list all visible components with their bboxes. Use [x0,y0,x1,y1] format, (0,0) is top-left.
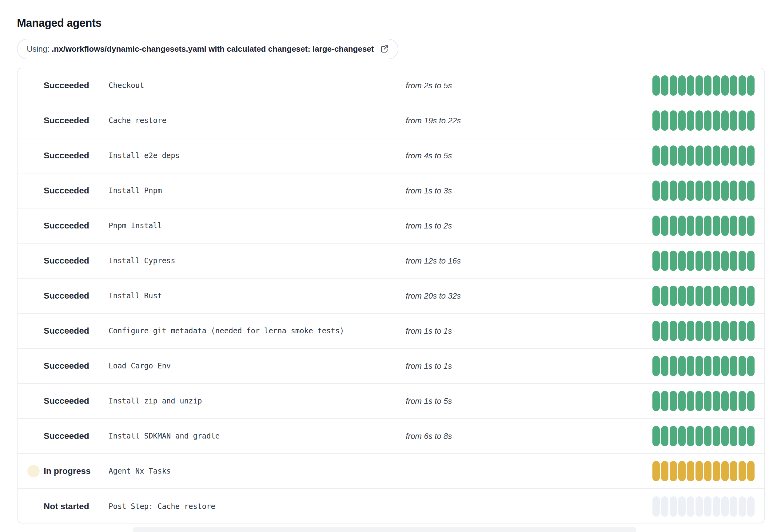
bar-segment [661,496,668,517]
bar-segment [670,391,677,411]
bar-segment [721,391,729,411]
step-name: Install zip and unzip [109,397,406,405]
utilization-bars [652,286,755,306]
bar-segment [678,145,686,166]
step-status: Succeeded [30,116,109,125]
workflow-config-link[interactable]: Using: .nx/workflows/dynamic-changesets.… [17,39,398,59]
managed-agents-page: Managed agents Using: .nx/workflows/dyna… [0,0,777,532]
bar-segment [739,426,746,446]
workflow-config-path: .nx/workflows/dynamic-changesets.yaml wi… [52,44,374,53]
step-name: Checkout [109,81,406,90]
bar-segment [721,216,729,236]
step-duration: from 20s to 32s [406,291,652,301]
bar-segment [652,356,660,376]
agent-step-row[interactable]: Succeeded Cache restore from 19s to 22s [17,103,764,138]
agent-step-row[interactable]: Succeeded Load Cargo Env from 1s to 1s [17,349,764,384]
page-title: Managed agents [17,17,102,29]
bar-segment [652,180,660,201]
status-label: Succeeded [44,81,89,91]
bar-segment [730,110,737,131]
bar-segment [713,321,720,341]
agent-step-row[interactable]: Succeeded Install zip and unzip from 1s … [17,384,764,419]
bar-segment [670,426,677,446]
bar-segment [670,180,677,201]
external-link-icon[interactable] [379,44,389,54]
bar-segment [747,461,755,481]
bar-segment [695,356,703,376]
step-name: Install SDKMAN and gradle [109,432,406,440]
agent-step-row[interactable]: Succeeded Configure git metadata (needed… [17,314,764,349]
bar-segment [678,356,686,376]
status-dot [30,433,37,439]
bar-segment [678,180,686,201]
utilization-bars [652,356,755,376]
bar-segment [730,286,737,306]
bar-segment [704,391,711,411]
bar-segment [652,216,660,236]
bar-segment [721,251,729,271]
status-label: In progress [44,466,90,476]
bar-segment [747,251,755,271]
bar-segment [661,110,668,131]
step-name: Pnpm Install [109,222,406,230]
bar-segment [713,216,720,236]
agent-step-row[interactable]: Succeeded Install e2e deps from 4s to 5s [17,138,764,173]
bar-segment [670,145,677,166]
status-dot [30,292,37,299]
bar-segment [670,251,677,271]
bar-segment [721,145,729,166]
bar-segment [730,496,737,517]
agent-step-row[interactable]: Not started Post Step: Cache restore [17,489,764,523]
utilization-bars [652,496,755,517]
bar-segment [747,496,755,517]
bar-segment [695,145,703,166]
bar-segment [678,251,686,271]
bar-segment [687,251,694,271]
bar-segment [713,180,720,201]
bar-segment [704,461,711,481]
bar-segment [652,75,660,96]
bar-segment [661,75,668,96]
bar-segment [678,496,686,517]
step-duration: from 1s to 5s [406,396,652,406]
agent-step-row[interactable]: Succeeded Pnpm Install from 1s to 2s [17,209,764,244]
bar-segment [739,391,746,411]
bar-segment [747,110,755,131]
agent-step-row[interactable]: Succeeded Install Rust from 20s to 32s [17,279,764,314]
bar-segment [687,496,694,517]
bar-segment [739,251,746,271]
bar-segment [652,286,660,306]
step-duration: from 4s to 5s [406,151,652,160]
bar-segment [730,251,737,271]
utilization-bars [652,321,755,341]
bar-segment [713,75,720,96]
status-label: Succeeded [44,291,89,301]
bar-segment [687,180,694,201]
step-name: Install Cypress [109,256,406,265]
bar-segment [713,251,720,271]
step-status: Succeeded [30,256,109,266]
bar-segment [721,321,729,341]
bar-segment [695,461,703,481]
bar-segment [652,461,660,481]
bar-segment [747,145,755,166]
bar-segment [695,426,703,446]
agent-step-row[interactable]: Succeeded Install Cypress from 12s to 16… [17,244,764,279]
bar-segment [652,391,660,411]
bar-segment [687,75,694,96]
agent-step-row[interactable]: Succeeded Install Pnpm from 1s to 3s [17,173,764,209]
bar-segment [713,391,720,411]
agent-step-row[interactable]: In progress Agent Nx Tasks [17,454,764,489]
status-dot [30,257,37,264]
agent-step-row[interactable]: Succeeded Checkout from 2s to 5s [17,68,764,103]
agent-step-row[interactable]: Succeeded Install SDKMAN and gradle from… [17,419,764,454]
bar-segment [739,496,746,517]
bar-segment [661,216,668,236]
bar-segment [661,426,668,446]
bar-segment [652,496,660,517]
bar-segment [704,216,711,236]
step-status: Succeeded [30,221,109,231]
bar-segment [687,145,694,166]
bar-segment [661,145,668,166]
step-duration: from 12s to 16s [406,256,652,266]
